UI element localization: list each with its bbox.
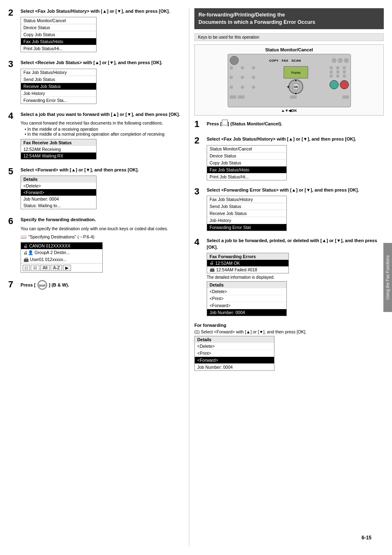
r3-menu-send-job[interactable]: Send Job Status xyxy=(207,203,286,210)
for-fwd-d-print[interactable]: <Print> xyxy=(195,350,274,357)
dest-btn-arrow[interactable]: ▶ xyxy=(63,265,71,271)
dest-btn-check[interactable]: ☑ xyxy=(31,265,39,271)
fax-fwd-title: Fax Forwarding Errors xyxy=(207,253,288,260)
fwd-ok-label: 12:52AM OK xyxy=(215,261,240,266)
dest-item-canon[interactable]: 🖨 CANON 012XXXXXX xyxy=(21,243,102,249)
r3-menu-fax-job[interactable]: Fax Job Status/History xyxy=(207,196,286,203)
dest-btn-empty[interactable]: □ xyxy=(23,265,30,271)
fwd-failed-icon: 📠 xyxy=(210,267,214,272)
dest-buttons: □ ☑ All A-Z ▶ xyxy=(21,263,102,272)
d-item-delete[interactable]: <Delete> xyxy=(21,183,96,189)
r-d-print[interactable]: <Print> xyxy=(207,295,286,302)
step-3-content: Select <Receive Job Status> with [▲] or … xyxy=(21,60,185,104)
right-step-1-content: Press [] (Status Monitor/Cancel). xyxy=(207,120,384,130)
page: 2 Select <Fax Job Status/History> with [… xyxy=(0,0,392,555)
right-column: Using the Fax Functions Re-forwarding/Pr… xyxy=(189,8,384,547)
keys-bar: Keys to be used for this operation xyxy=(194,33,384,41)
step-3-number: 3 xyxy=(8,60,17,69)
dest-item-groupa[interactable]: 🖨👤 GroupA 2 Destin... xyxy=(21,249,102,256)
r-d-job-number: Job Number: 0004 xyxy=(207,309,286,316)
step-5-details-box: Details <Delete> <Forward> Job Number: 0… xyxy=(21,176,97,209)
right-details-box: Details <Delete> <Print> <Forward> Job N… xyxy=(207,281,287,316)
press-label: Press [ xyxy=(21,282,36,287)
step-6-number: 6 xyxy=(8,217,17,226)
r2-menu-copy-job[interactable]: Copy Job Status xyxy=(207,160,286,166)
r-d-forward[interactable]: <Forward> xyxy=(207,302,286,309)
r2-menu-status-monitor[interactable]: Status Monitor/Cancel xyxy=(207,146,286,153)
menu-item-job-history[interactable]: Job History xyxy=(21,90,96,97)
dest-btn-all[interactable]: All xyxy=(40,265,50,271)
menu-item-device-status[interactable]: Device Status xyxy=(21,24,96,31)
menu-item-fax-job-history[interactable]: Fax Job Status/History xyxy=(21,69,96,76)
step-7-number: 7 xyxy=(8,280,17,289)
menu-item-send-job[interactable]: Send Job Status xyxy=(21,76,96,83)
r2-menu-fax-job[interactable]: Fax Job Status/Histo xyxy=(207,166,286,173)
step-4-content: Select a job that you want to forward wi… xyxy=(21,111,185,160)
step-2-number: 2 xyxy=(8,8,17,17)
menu-item-fwd-error[interactable]: Forwarding Error Sta... xyxy=(21,97,96,104)
right-step-4-num: 4 xyxy=(194,238,203,247)
r-d-delete[interactable]: <Delete> xyxy=(207,288,286,295)
for-fwd-title: For forwarding xyxy=(194,323,384,328)
right-step-2-title: Select <Fax Job Status/History> with [▲]… xyxy=(207,136,384,142)
for-fwd-d-title: Details xyxy=(195,336,274,343)
right-step-1-num: 1 xyxy=(194,120,203,129)
step-5-number: 5 xyxy=(8,167,17,176)
menu-item-status-monitor[interactable]: Status Monitor/Cancel xyxy=(21,17,96,24)
for-fwd-d-forward[interactable]: <Forward> xyxy=(195,357,274,364)
right-step-3-title: Select <Forwarding Error Status> with [▲… xyxy=(207,187,384,193)
left-step-6: 6 Specify the forwarding destination. Yo… xyxy=(8,217,185,273)
step-7-content: Press [ B&W ] (B & W). xyxy=(21,280,185,290)
right-step-2-content: Select <Fax Job Status/History> with [▲]… xyxy=(207,136,384,180)
for-fwd-d-delete[interactable]: <Delete> xyxy=(195,343,274,350)
book-icon: 📖 xyxy=(21,233,27,240)
status-monitor-button[interactable] xyxy=(222,120,228,125)
step-2-title: Select <Fax Job Status/History> with [▲]… xyxy=(21,8,185,14)
device-diagram: Status Monitor/Cancel COPYFAXSCAN xyxy=(194,44,384,116)
fax-receive-box: Fax Receive Job Status 12:52AM Receiving… xyxy=(21,139,97,160)
for-fwd-sub: (1) Select <Forward> with [▲] or [▼], an… xyxy=(194,329,384,334)
nav-label: ▲▼◀OK xyxy=(197,109,381,113)
detail-info: The detailed information is displayed. xyxy=(207,275,384,280)
svg-text:B&W: B&W xyxy=(39,284,46,287)
step-5-content: Select <Forward> with [▲] or [▼], and th… xyxy=(21,167,185,209)
right-step-3-content: Select <Forwarding Error Status> with [▲… xyxy=(207,187,384,231)
menu-item-fax-job-histo[interactable]: Fax Job Status/Histo xyxy=(21,38,96,45)
left-step-4: 4 Select a job that you want to forward … xyxy=(8,111,185,160)
rx-item-waiting[interactable]: 12:54AM Waiting:RX xyxy=(21,153,96,159)
bullet-1: In the middle of a receiving operation xyxy=(25,127,185,132)
r3-menu-job-history[interactable]: Job History xyxy=(207,217,286,224)
step-3-title: Select <Receive Job Status> with [▲] or … xyxy=(21,60,185,66)
menu-item-receive-job[interactable]: Receive Job Status xyxy=(21,83,96,90)
right-step-1: 1 Press [] (Status Monitor/Cancel). xyxy=(194,120,384,130)
r3-menu-fwd-error[interactable]: Forwarding Error Stat xyxy=(207,224,286,231)
left-step-2: 2 Select <Fax Job Status/History> with [… xyxy=(8,8,185,52)
left-step-5: 5 Select <Forward> with [▲] or [▼], and … xyxy=(8,167,185,209)
for-fwd-details: Details <Delete> <Print> <Forward> Job N… xyxy=(194,336,274,371)
right-step-2-menu: Status Monitor/Cancel Device Status Copy… xyxy=(207,145,287,180)
step-2-menu-box: Status Monitor/Cancel Device Status Copy… xyxy=(21,17,97,52)
r3-menu-receive-job[interactable]: Receive Job Status xyxy=(207,210,286,217)
r2-menu-device-status[interactable]: Device Status xyxy=(207,153,286,160)
rx-title: Fax Receive Job Status xyxy=(21,139,96,146)
r2-menu-print-job[interactable]: Print Job Status/Hi... xyxy=(207,173,286,180)
menu-item-copy-job[interactable]: Copy Job Status xyxy=(21,31,96,38)
step-5-title: Select <Forward> with [▲] or [▼], and th… xyxy=(21,167,185,173)
dest-btn-az[interactable]: A-Z xyxy=(51,265,62,271)
fax-fwd-item-ok[interactable]: 🖨 12:52AM OK xyxy=(207,260,288,266)
fwd-ok-icon: 🖨 xyxy=(210,261,214,265)
rx-item-receiving[interactable]: 12:52AM Receiving xyxy=(21,146,96,153)
fax-fwd-item-failed[interactable]: 📠 12:54AM Failed #018 xyxy=(207,266,288,273)
left-column: 2 Select <Fax Job Status/History> with [… xyxy=(8,8,185,547)
dest-item-user01[interactable]: 📠 User01 012xxxxx... xyxy=(21,256,102,263)
step-3-menu-box: Fax Job Status/History Send Job Status R… xyxy=(21,69,97,104)
right-step-3-num: 3 xyxy=(194,187,203,196)
right-step-3-menu: Fax Job Status/History Send Job Status R… xyxy=(207,196,287,231)
left-step-3: 3 Select <Receive Job Status> with [▲] o… xyxy=(8,60,185,104)
bw-button-icon[interactable]: B&W xyxy=(37,280,47,290)
step-6-title: Specify the forwarding destination. xyxy=(21,217,185,223)
dest-box: 🖨 CANON 012XXXXXX 🖨👤 GroupA 2 Destin... … xyxy=(21,242,103,273)
bullet-2: In the middle of a normal printing opera… xyxy=(25,132,185,136)
d-item-forward[interactable]: <Forward> xyxy=(21,189,96,196)
menu-item-print-job[interactable]: Print Job Status/Hi... xyxy=(21,45,96,52)
